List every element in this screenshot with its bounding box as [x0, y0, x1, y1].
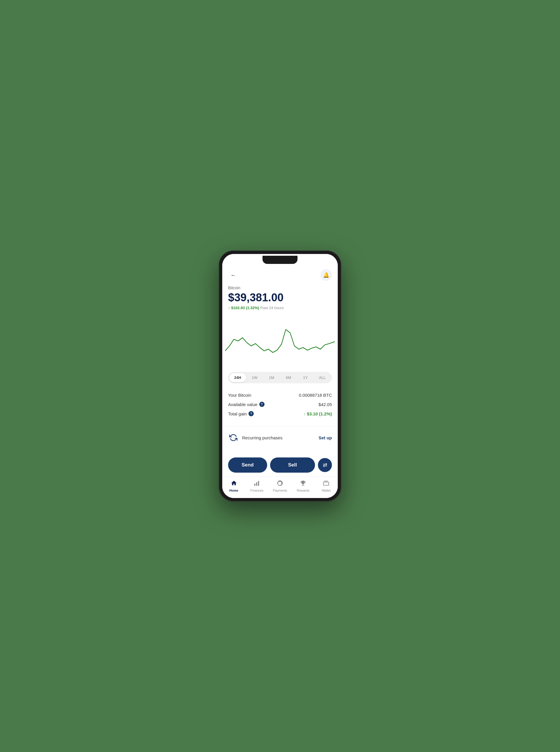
wallet-icon	[323, 480, 329, 488]
total-gain-help-icon[interactable]: ?	[248, 411, 254, 416]
available-value-help-icon[interactable]: ?	[259, 402, 264, 407]
nav-item-wallet[interactable]: Wallet	[315, 479, 338, 493]
bell-icon: 🔔	[323, 272, 329, 278]
price-chart	[222, 315, 338, 367]
svg-rect-2	[258, 481, 259, 486]
available-value-row: Available value ? $42.05	[228, 402, 332, 407]
setup-button[interactable]: Set up	[319, 435, 332, 440]
total-gain-label-group: Total gain ?	[228, 411, 254, 416]
header: ← 🔔	[222, 266, 338, 283]
coin-price: $39,381.00	[228, 291, 332, 304]
send-button[interactable]: Send	[228, 458, 267, 473]
recurring-section: Recurring purchases Set up	[222, 428, 338, 447]
back-button[interactable]: ←	[228, 270, 239, 280]
available-value: $42.05	[319, 402, 332, 407]
available-value-label-group: Available value ?	[228, 402, 264, 407]
nav-label-finances: Finances	[250, 489, 263, 492]
nav-item-payments[interactable]: Payments	[268, 479, 292, 493]
notch	[262, 256, 298, 264]
time-btn-1w[interactable]: 1W	[246, 373, 263, 382]
nav-item-home[interactable]: Home	[222, 479, 245, 493]
time-btn-1y[interactable]: 1Y	[297, 373, 314, 382]
time-btn-all[interactable]: ALL	[314, 373, 331, 382]
nav-label-rewards: Rewards	[297, 489, 309, 492]
phone-frame: ← 🔔 Bitcoin $39,381.00 ↑ $102.93 (1.32%)…	[219, 250, 341, 502]
chart-svg	[225, 315, 335, 367]
status-bar	[222, 254, 338, 266]
back-arrow-icon: ←	[231, 272, 236, 278]
nav-label-wallet: Wallet	[322, 489, 331, 492]
sell-button[interactable]: Sell	[270, 458, 315, 473]
screen-content: ← 🔔 Bitcoin $39,381.00 ↑ $102.93 (1.32%)…	[222, 266, 338, 498]
home-icon	[231, 480, 237, 488]
nav-item-rewards[interactable]: Rewards	[292, 479, 315, 493]
change-amount: $102.93 (1.32%)	[231, 306, 259, 310]
rewards-icon	[300, 480, 306, 488]
time-btn-1m[interactable]: 1M	[263, 373, 280, 382]
change-period: Past 24 hours	[260, 306, 284, 310]
svg-rect-1	[256, 482, 257, 486]
total-gain-label: Total gain	[228, 411, 247, 416]
nav-item-finances[interactable]: Finances	[245, 479, 268, 493]
action-buttons: Send Sell ⇄	[222, 454, 338, 476]
finances-icon	[254, 480, 260, 488]
time-btn-24h[interactable]: 24H	[229, 373, 246, 382]
coin-name: Bitcoin	[228, 286, 332, 290]
swap-button[interactable]: ⇄	[318, 458, 332, 472]
price-change: ↑ $102.93 (1.32%) Past 24 hours	[228, 306, 332, 310]
recurring-left: Recurring purchases	[228, 432, 282, 443]
bell-button[interactable]: 🔔	[320, 269, 332, 281]
swap-icon: ⇄	[323, 462, 327, 468]
your-bitcoin-row: Your Bitcoin 0.00088718 BTC	[228, 393, 332, 398]
available-value-label: Available value	[228, 402, 258, 407]
phone-screen: ← 🔔 Bitcoin $39,381.00 ↑ $102.93 (1.32%)…	[222, 254, 338, 498]
recurring-label: Recurring purchases	[242, 435, 282, 440]
your-bitcoin-value: 0.00088718 BTC	[299, 393, 332, 398]
nav-label-payments: Payments	[273, 489, 287, 492]
up-arrow-icon: ↑	[228, 306, 230, 310]
recurring-icon	[228, 432, 239, 443]
time-filter: 24H 1W 1M 6M 1Y ALL	[228, 372, 332, 383]
time-btn-6m[interactable]: 6M	[280, 373, 297, 382]
payments-icon	[277, 480, 283, 488]
total-gain-row: Total gain ? ↑ $3.10 (1.2%)	[228, 411, 332, 416]
total-gain-value: ↑ $3.10 (1.2%)	[304, 411, 332, 416]
price-section: Bitcoin $39,381.00 ↑ $102.93 (1.32%) Pas…	[222, 283, 338, 315]
svg-rect-0	[254, 484, 256, 486]
nav-label-home: Home	[229, 489, 238, 492]
gain-arrow-icon: ↑	[304, 412, 306, 416]
holdings-section: Your Bitcoin 0.00088718 BTC Available va…	[222, 388, 338, 425]
your-bitcoin-label: Your Bitcoin	[228, 393, 252, 398]
bottom-nav: Home Finances Paym	[222, 476, 338, 498]
